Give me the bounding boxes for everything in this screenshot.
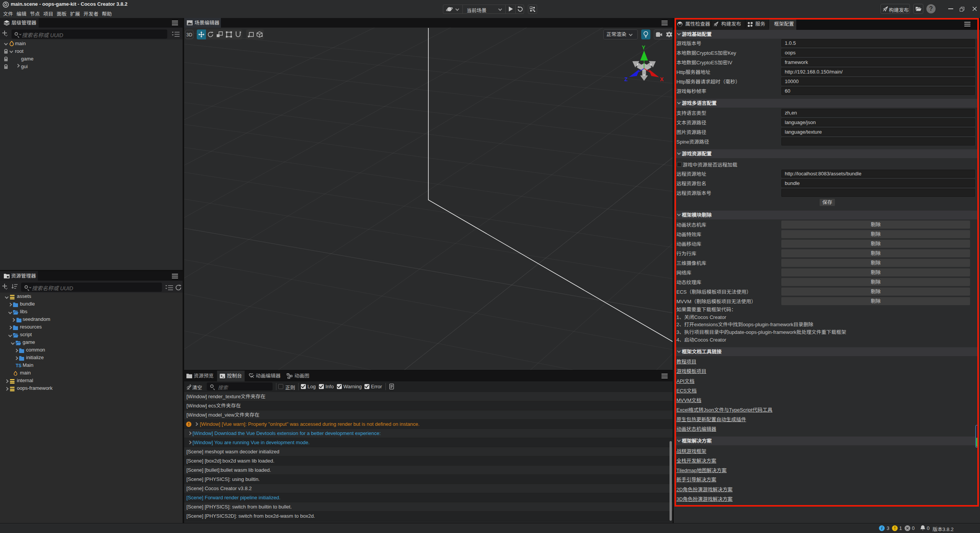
svg-text:X: X (660, 76, 664, 82)
svg-text:Z: Z (624, 76, 628, 82)
svg-text:Y: Y (642, 44, 646, 51)
